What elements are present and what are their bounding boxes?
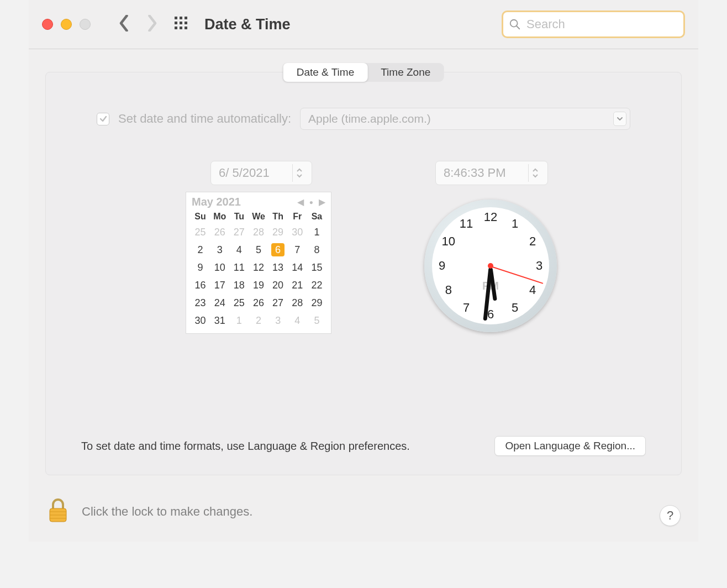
svg-line-10	[517, 26, 520, 29]
tab-bar: Date & Time Time Zone	[283, 63, 444, 82]
zoom-window-button[interactable]	[80, 19, 91, 30]
svg-rect-3	[175, 22, 177, 24]
clock-numeral: 3	[536, 259, 542, 273]
svg-rect-5	[185, 22, 187, 24]
clock-numeral: 10	[442, 234, 455, 249]
calendar-day[interactable]: 27	[229, 225, 249, 239]
help-button[interactable]: ?	[660, 505, 681, 526]
calendar-dow: Tu	[229, 212, 249, 222]
time-server-value: Apple (time.apple.com.)	[308, 112, 431, 125]
date-stepper[interactable]: 6/ 5/2021	[210, 161, 312, 185]
calendar-day[interactable]: 25	[229, 296, 249, 310]
calendar-day[interactable]: 23	[191, 296, 210, 310]
tab-time-zone[interactable]: Time Zone	[367, 63, 444, 82]
forward-button[interactable]	[146, 15, 158, 34]
calendar-day[interactable]: 1	[229, 313, 249, 328]
calendar-day[interactable]: 2	[249, 313, 268, 328]
calendar-day[interactable]: 21	[288, 278, 307, 292]
calendar-day[interactable]: 4	[229, 243, 249, 257]
calendar-day[interactable]: 1	[307, 225, 326, 239]
toolbar: Date & Time	[29, 0, 698, 49]
auto-label: Set date and time automatically:	[118, 112, 291, 126]
lock-button[interactable]	[46, 497, 70, 526]
calendar-day[interactable]: 22	[307, 278, 326, 292]
calendar-day[interactable]: 10	[210, 260, 229, 275]
chevron-down-icon	[296, 173, 303, 179]
lock-row: Click the lock to make changes.	[46, 497, 252, 526]
calendar-dow: Mo	[210, 212, 229, 222]
time-server-combo[interactable]: Apple (time.apple.com.)	[300, 108, 630, 130]
auto-checkbox[interactable]	[97, 113, 109, 125]
back-button[interactable]	[118, 15, 130, 34]
calendar-day[interactable]: 30	[191, 313, 210, 328]
calendar-day[interactable]: 13	[268, 260, 288, 275]
calendar-day[interactable]: 16	[191, 278, 210, 292]
calendar-day[interactable]: 14	[288, 260, 307, 275]
calendar-day[interactable]: 20	[268, 278, 288, 292]
calendar-day[interactable]: 29	[307, 296, 326, 310]
calendar-day[interactable]: 15	[307, 260, 326, 275]
chevron-down-icon	[532, 173, 539, 179]
svg-rect-0	[175, 17, 177, 19]
calendar-day[interactable]: 6	[268, 243, 288, 257]
show-all-button[interactable]	[173, 15, 189, 33]
svg-rect-2	[185, 17, 187, 19]
calendar-day[interactable]: 31	[210, 313, 229, 328]
tab-date-time[interactable]: Date & Time	[283, 63, 368, 82]
time-stepper[interactable]: 8:46:33 PM	[435, 161, 548, 185]
calendar-day[interactable]: 30	[288, 225, 307, 239]
calendar-day[interactable]: 29	[268, 225, 288, 239]
window-controls	[42, 19, 91, 30]
calendar-day[interactable]: 8	[307, 243, 326, 257]
chevron-up-icon	[296, 167, 303, 173]
calendar-day[interactable]: 24	[210, 296, 229, 310]
date-stepper-arrows[interactable]	[292, 164, 307, 182]
search-input[interactable]	[525, 17, 678, 32]
svg-rect-1	[180, 17, 182, 19]
lock-text: Click the lock to make changes.	[82, 505, 252, 519]
analog-clock: PM 121234567891011	[424, 200, 557, 332]
calendar-day[interactable]: 5	[307, 313, 326, 328]
calendar-dow: Sa	[307, 212, 326, 222]
search-field[interactable]	[502, 11, 685, 38]
calendar-dow: We	[249, 212, 268, 222]
calendar-day[interactable]: 26	[210, 225, 229, 239]
clock-numeral: 2	[529, 234, 536, 249]
calendar-day[interactable]: 4	[288, 313, 307, 328]
close-window-button[interactable]	[42, 19, 53, 30]
time-value: 8:46:33 PM	[444, 166, 506, 180]
calendar-day[interactable]: 3	[268, 313, 288, 328]
calendar-day[interactable]: 9	[191, 260, 210, 275]
clock-numeral: 9	[439, 259, 445, 273]
calendar-day[interactable]: 5	[249, 243, 268, 257]
clock-numeral: 8	[445, 283, 452, 297]
svg-rect-4	[180, 22, 182, 24]
open-language-region-button[interactable]: Open Language & Region...	[494, 436, 646, 456]
time-stepper-arrows[interactable]	[528, 164, 543, 182]
calendar-dow: Th	[268, 212, 288, 222]
calendar-day[interactable]: 27	[268, 296, 288, 310]
calendar-day[interactable]: 17	[210, 278, 229, 292]
search-icon	[509, 18, 521, 30]
calendar-day[interactable]: 11	[229, 260, 249, 275]
calendar-next-button[interactable]: ▶	[319, 197, 325, 207]
clock-numeral: 7	[463, 301, 470, 315]
calendar-day[interactable]: 28	[288, 296, 307, 310]
calendar-day[interactable]: 3	[210, 243, 229, 257]
calendar-grid: SuMoTuWeThFrSa25262728293012345678910111…	[186, 208, 331, 333]
calendar-prev-button[interactable]: ◀	[297, 197, 304, 207]
calendar-day[interactable]: 25	[191, 225, 210, 239]
combo-arrow-button[interactable]	[613, 112, 626, 126]
calendar-day[interactable]: 12	[249, 260, 268, 275]
clock-numeral: 4	[529, 283, 536, 297]
calendar-day[interactable]: 18	[229, 278, 249, 292]
calendar-day[interactable]: 7	[288, 243, 307, 257]
clock-numeral: 6	[487, 307, 494, 322]
calendar-day[interactable]: 26	[249, 296, 268, 310]
minimize-window-button[interactable]	[61, 19, 72, 30]
calendar-today-button[interactable]: ●	[309, 198, 313, 206]
calendar-day[interactable]: 28	[249, 225, 268, 239]
calendar-day[interactable]: 19	[249, 278, 268, 292]
calendar-day[interactable]: 2	[191, 243, 210, 257]
clock-numeral: 12	[484, 210, 497, 224]
